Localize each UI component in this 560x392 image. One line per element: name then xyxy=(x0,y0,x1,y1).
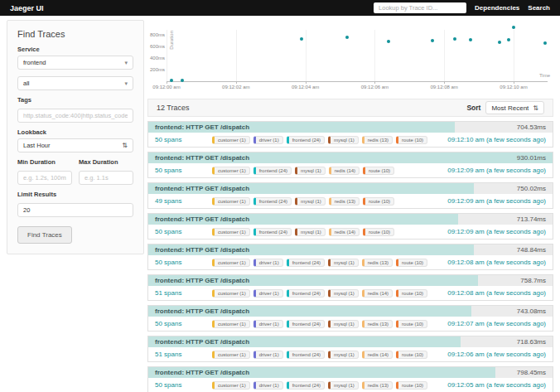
scatter-point[interactable] xyxy=(453,37,456,41)
app-brand[interactable]: Jaeger UI xyxy=(10,4,44,12)
trace-card[interactable]: frontend: HTTP GET /dispatch 743.08ms 50… xyxy=(147,305,553,332)
trace-card[interactable]: frontend: HTTP GET /dispatch 758.7ms 51 … xyxy=(147,274,553,301)
trace-card[interactable]: frontend: HTTP GET /dispatch 748.84ms 50… xyxy=(147,244,553,270)
trace-title[interactable]: frontend: HTTP GET /dispatch xyxy=(155,185,249,192)
trace-card-body: 50 spans customer (1)frontend (24)mysql … xyxy=(148,163,553,177)
trace-timestamp: 09:12:08 am (a few seconds ago) xyxy=(447,259,546,266)
trace-id-lookup-input[interactable] xyxy=(374,2,466,13)
scatter-point[interactable] xyxy=(387,40,390,43)
trace-service-tags: customer (1)frontend (24)mysql (1)redis … xyxy=(212,167,394,175)
service-tag: customer (1) xyxy=(212,351,250,359)
trace-duration: 748.84ms xyxy=(517,246,546,254)
min-duration-input[interactable] xyxy=(17,171,72,185)
service-tag: mysql (1) xyxy=(328,381,359,390)
service-tag: mysql (1) xyxy=(328,136,359,144)
trace-span-count[interactable]: 50 spans xyxy=(155,259,212,266)
scatter-point[interactable] xyxy=(498,41,501,44)
trace-card[interactable]: frontend: HTTP GET /dispatch 798.45ms 50… xyxy=(147,366,553,392)
limit-results-input[interactable] xyxy=(17,203,133,217)
trace-card-body: 50 spans customer (1)frontend (24)mysql … xyxy=(148,225,553,239)
service-select[interactable]: frontend ▾ xyxy=(17,56,133,70)
trace-span-count[interactable]: 50 spans xyxy=(155,320,212,327)
trace-title[interactable]: frontend: HTTP GET /dispatch xyxy=(155,277,249,284)
trace-span-count[interactable]: 51 spans xyxy=(155,351,212,358)
scatter-point[interactable] xyxy=(507,38,510,41)
service-tag: route (10) xyxy=(396,136,427,144)
service-tag: customer (1) xyxy=(212,289,250,298)
trace-card-body: 50 spans customer (1)driver (1)frontend … xyxy=(148,317,553,331)
service-tag: customer (1) xyxy=(212,136,250,144)
scatter-point[interactable] xyxy=(300,37,303,41)
trace-span-count[interactable]: 50 spans xyxy=(155,136,212,143)
service-tag: driver (1) xyxy=(253,136,283,144)
x-axis-tick: 09:12:08 am xyxy=(423,85,465,90)
scatter-point[interactable] xyxy=(431,39,434,42)
nav-search-link[interactable]: Search xyxy=(528,4,550,12)
x-axis-label: Time xyxy=(539,73,550,78)
tags-input[interactable] xyxy=(17,109,133,123)
trace-service-tags: customer (1)driver (1)frontend (24)mysql… xyxy=(212,259,427,267)
trace-span-count[interactable]: 51 spans xyxy=(155,289,212,297)
trace-span-count[interactable]: 50 spans xyxy=(155,228,212,235)
jaeger-ui-window: Jaeger UI Dependencies Search Find Trace… xyxy=(0,0,560,392)
trace-card-body: 51 spans customer (1)driver (1)frontend … xyxy=(148,286,553,300)
trace-title[interactable]: frontend: HTTP GET /dispatch xyxy=(155,369,249,376)
service-tag: route (10) xyxy=(396,289,427,298)
scatter-point[interactable] xyxy=(469,38,472,41)
trace-timestamp: 09:12:08 am (a few seconds ago) xyxy=(447,289,546,297)
service-tag: route (10) xyxy=(396,259,427,267)
x-axis-tick: 09:12:06 am xyxy=(354,85,395,90)
service-tag: customer (1) xyxy=(212,228,250,236)
results-header: 12 Traces Sort Most Recent ⇅ xyxy=(147,99,553,117)
sort-select[interactable]: Most Recent ⇅ xyxy=(485,101,544,114)
service-tag: route (10) xyxy=(363,228,394,236)
trace-title[interactable]: frontend: HTTP GET /dispatch xyxy=(155,123,249,131)
x-axis-tickmark xyxy=(374,81,375,84)
trace-title[interactable]: frontend: HTTP GET /dispatch xyxy=(155,215,249,223)
service-tag: redis (14) xyxy=(329,228,360,236)
lookback-select[interactable]: Last Hour ⇅ xyxy=(17,138,133,152)
up-down-arrows-icon: ⇅ xyxy=(122,142,128,149)
trace-card-header: frontend: HTTP GET /dispatch 930.01ms xyxy=(148,152,553,163)
y-axis-tick: 600ms xyxy=(147,44,165,49)
chevron-down-icon: ▾ xyxy=(124,80,128,87)
trace-card[interactable]: frontend: HTTP GET /dispatch 750.02ms 49… xyxy=(147,182,553,209)
trace-card[interactable]: frontend: HTTP GET /dispatch 713.74ms 50… xyxy=(147,213,553,240)
trace-timestamp: 09:12:06 am (a few seconds ago) xyxy=(447,351,546,358)
chevron-down-icon: ▾ xyxy=(124,60,128,66)
trace-service-tags: customer (1)driver (1)frontend (24)mysql… xyxy=(212,289,427,298)
up-down-arrows-icon: ⇅ xyxy=(533,104,538,112)
trace-card[interactable]: frontend: HTTP GET /dispatch 718.63ms 51… xyxy=(147,336,553,362)
trace-span-count[interactable]: 50 spans xyxy=(155,381,212,389)
trace-service-tags: customer (1)frontend (24)mysql (1)redis … xyxy=(212,228,394,236)
trace-card-header: frontend: HTTP GET /dispatch 798.45ms xyxy=(148,367,553,378)
trace-span-count[interactable]: 50 spans xyxy=(155,167,212,174)
trace-title[interactable]: frontend: HTTP GET /dispatch xyxy=(155,338,249,346)
scatter-point[interactable] xyxy=(345,36,349,39)
trace-card-header: frontend: HTTP GET /dispatch 758.7ms xyxy=(148,275,553,286)
trace-card-body: 49 spans customer (1)frontend (24)mysql … xyxy=(148,194,553,208)
limit-results-label: Limit Results xyxy=(17,191,133,198)
trace-service-tags: customer (1)driver (1)frontend (24)mysql… xyxy=(212,351,427,359)
service-tag: customer (1) xyxy=(212,320,250,328)
find-traces-button[interactable]: Find Traces xyxy=(17,226,72,244)
scatter-point[interactable] xyxy=(543,41,547,45)
nav-dependencies-link[interactable]: Dependencies xyxy=(475,4,519,12)
trace-title[interactable]: frontend: HTTP GET /dispatch xyxy=(155,307,249,315)
trace-card-header: frontend: HTTP GET /dispatch 718.63ms xyxy=(148,336,553,347)
trace-title[interactable]: frontend: HTTP GET /dispatch xyxy=(155,246,249,254)
y-axis-label: Duration xyxy=(169,31,174,50)
scatter-point[interactable] xyxy=(512,26,515,29)
service-tag: route (10) xyxy=(396,320,427,328)
trace-card-body: 50 spans customer (1)driver (1)frontend … xyxy=(148,133,553,147)
service-tag: customer (1) xyxy=(212,259,250,267)
trace-card[interactable]: frontend: HTTP GET /dispatch 704.53ms 50… xyxy=(147,121,553,148)
trace-span-count[interactable]: 49 spans xyxy=(155,197,212,205)
trace-card[interactable]: frontend: HTTP GET /dispatch 930.01ms 50… xyxy=(147,152,553,178)
operation-select[interactable]: all ▾ xyxy=(17,76,133,90)
service-tag: mysql (1) xyxy=(295,228,326,236)
trace-service-tags: customer (1)driver (1)frontend (24)mysql… xyxy=(212,381,427,390)
service-tag: mysql (1) xyxy=(295,167,326,175)
max-duration-input[interactable] xyxy=(79,171,133,185)
trace-title[interactable]: frontend: HTTP GET /dispatch xyxy=(155,154,249,162)
